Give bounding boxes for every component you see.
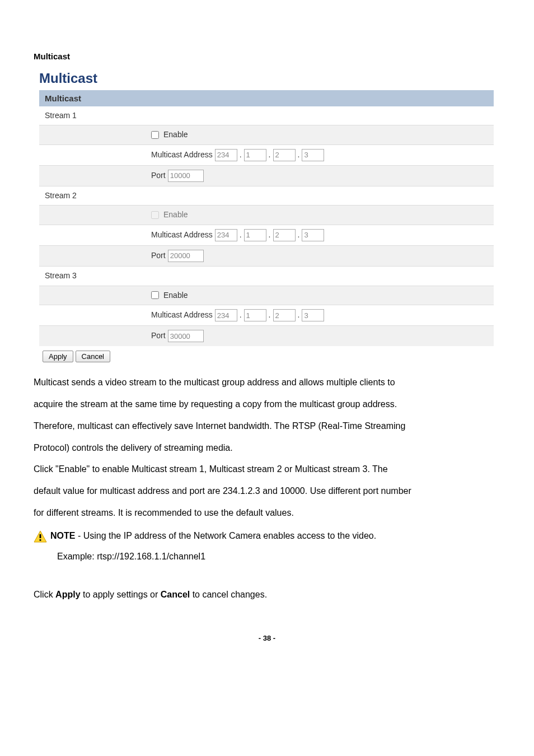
enable-label: Enable [163,290,188,301]
closing-line: Click Apply to apply settings or Cancel … [34,585,500,605]
port-input[interactable] [168,330,204,342]
page-title: Multicast [39,69,500,88]
closing-apply: Apply [55,590,80,599]
enable-row: Enable [39,206,494,225]
dot-separator: . [240,230,242,241]
multicast-panel: Multicast Stream 1 Enable Multicast Addr… [39,90,494,347]
cancel-button[interactable]: Cancel [76,351,110,362]
ip-octet-2[interactable] [244,149,266,161]
address-label: Multicast Address [151,150,213,161]
dot-separator: . [298,230,300,241]
note-rest: - Using the IP address of the Network Ca… [75,531,376,540]
body-paragraph: Therefore, multicast can effectively sav… [34,416,500,437]
svg-rect-1 [40,534,41,538]
dot-separator: . [240,310,242,321]
body-paragraph: for different streams. It is recommended… [34,503,500,524]
stream-label: Stream 2 [39,186,149,206]
address-label: Multicast Address [151,310,213,321]
dot-separator: . [269,310,271,321]
enable-label: Enable [163,129,188,141]
dot-separator: . [298,150,300,161]
closing-post: to cancel changes. [190,590,267,599]
port-input[interactable] [168,250,204,262]
enable-row: Enable [39,125,494,145]
enable-checkbox[interactable] [151,291,159,299]
note-bold: NOTE [50,531,75,540]
ip-octet-3[interactable] [273,229,296,241]
port-row: Port [39,166,494,186]
note-row: NOTE - Using the IP address of the Netwo… [34,526,500,547]
panel-header: Multicast [39,90,494,106]
closing-cancel: Cancel [161,590,190,599]
stream-header: Stream 2 [39,186,494,206]
ip-octet-4[interactable] [302,229,324,241]
stream-header: Stream 3 [39,267,494,286]
apply-button[interactable]: Apply [43,351,73,362]
svg-rect-2 [40,539,41,541]
dot-separator: . [269,150,271,161]
port-input[interactable] [168,170,204,182]
ip-octet-2[interactable] [244,229,266,241]
stream-label: Stream 3 [39,267,149,286]
ip-octet-3[interactable] [273,309,296,321]
address-label: Multicast Address [151,230,213,241]
enable-checkbox[interactable] [151,131,159,139]
closing-mid: to apply settings or [81,590,161,599]
port-label: Port [151,250,166,262]
address-row: Multicast Address . . . [39,225,494,246]
ip-octet-4[interactable] [302,149,324,161]
dot-separator: . [240,150,242,161]
address-row: Multicast Address . . . [39,305,494,326]
stream-label: Stream 1 [39,106,149,125]
example-text: Example: rtsp://192.168.1.1/channel1 [57,547,500,567]
ip-octet-2[interactable] [244,309,266,321]
dot-separator: . [269,230,271,241]
closing-pre: Click [34,590,55,599]
body-paragraph: Protocol) controls the delivery of strea… [34,438,500,459]
dot-separator: . [298,310,300,321]
ip-octet-3[interactable] [273,149,296,161]
body-paragraph: default value for multicast address and … [34,481,500,502]
port-row: Port [39,326,494,346]
body-paragraph: Click "Enable" to enable Multicast strea… [34,459,500,480]
port-label: Port [151,330,166,342]
enable-checkbox [151,211,159,219]
body-paragraph: Multicast sends a video stream to the mu… [34,372,500,393]
ip-octet-1[interactable] [215,229,237,241]
ip-octet-1[interactable] [215,149,237,161]
enable-label: Enable [163,209,188,221]
section-heading: Multicast [34,50,500,62]
button-row: Apply Cancel [43,351,500,362]
port-label: Port [151,170,166,181]
stream-header: Stream 1 [39,106,494,126]
page-number: - 38 - [34,633,500,643]
note-text: NOTE - Using the IP address of the Netwo… [50,526,376,547]
port-row: Port [39,246,494,267]
enable-row: Enable [39,286,494,306]
warning-icon [34,530,47,543]
body-paragraph: acquire the stream at the same time by r… [34,394,500,415]
ip-octet-1[interactable] [215,309,237,321]
address-row: Multicast Address . . . [39,145,494,166]
ip-octet-4[interactable] [302,309,324,321]
